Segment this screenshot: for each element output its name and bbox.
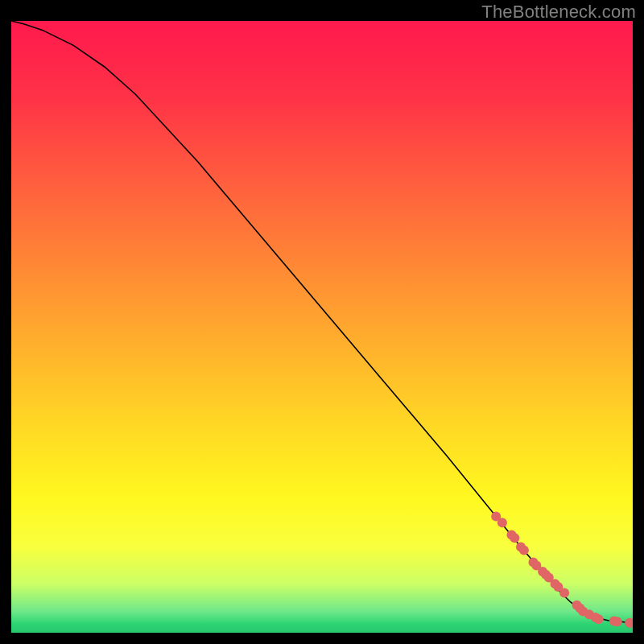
- marker-point: [559, 588, 569, 598]
- watermark-text: TheBottleneck.com: [481, 2, 636, 23]
- marker-point: [510, 533, 519, 543]
- chart-svg: [11, 21, 633, 633]
- chart-frame: TheBottleneck.com: [0, 0, 644, 644]
- marker-point: [519, 545, 529, 555]
- marker-point: [594, 614, 604, 624]
- marker-point: [613, 617, 622, 626]
- chart-plot-area: [11, 21, 633, 633]
- background-gradient: [11, 21, 633, 633]
- marker-point: [497, 518, 507, 527]
